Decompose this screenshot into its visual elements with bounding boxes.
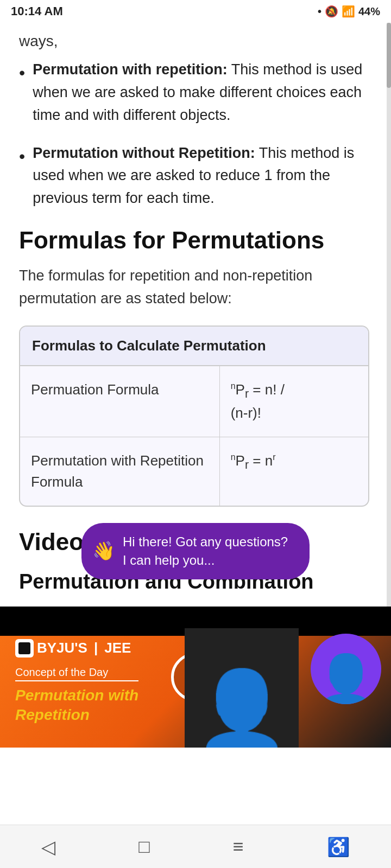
formula-table: Formulas to Calculate Permutation Permua… bbox=[19, 326, 369, 507]
bell-icon: 🔕 bbox=[325, 5, 338, 18]
presenter-main-icon: 👤 bbox=[194, 672, 289, 748]
divider: | bbox=[94, 640, 98, 656]
video-thumbnail[interactable]: BYJU'S | JEE Concept of the Day Permutat… bbox=[0, 607, 391, 748]
bullet-item-1: • Permutation with repetition: This meth… bbox=[19, 59, 369, 127]
table-cell-right-2: nPr = nr bbox=[220, 437, 368, 506]
presenter-circle: 👤 bbox=[311, 634, 381, 704]
menu-nav-icon[interactable]: ≡ bbox=[233, 836, 244, 857]
top-partial-text: ways, bbox=[19, 23, 369, 59]
table-cell-left-1: Permuation Formula bbox=[20, 366, 220, 437]
chat-text: Hi there! Got any questions?I can help y… bbox=[123, 533, 288, 569]
table-body: Permuation Formula nPr = n! /(n-r)! Perm… bbox=[20, 366, 368, 506]
presenter-main: 👤 bbox=[185, 628, 299, 748]
video-logo-area: BYJU'S | JEE bbox=[15, 639, 131, 658]
jee-text: JEE bbox=[104, 640, 131, 656]
bullet-text-1: Permutation with repetition: This method… bbox=[33, 59, 369, 127]
bullet-dot-1: • bbox=[19, 60, 25, 87]
home-nav-icon[interactable]: □ bbox=[138, 836, 150, 857]
table-cell-left-2: Permutation with Repetition Formula bbox=[20, 437, 220, 506]
accessibility-nav-icon[interactable]: ♿ bbox=[327, 836, 350, 858]
byjus-text: BYJU'S bbox=[37, 640, 87, 656]
status-icons: • 🔕 📶 44% bbox=[318, 5, 380, 18]
bullet-text-2: Permutation without Repetition: This met… bbox=[33, 142, 369, 210]
main-content: ways, • Permutation with repetition: Thi… bbox=[0, 23, 391, 596]
bullet-list: • Permutation with repetition: This meth… bbox=[19, 59, 369, 210]
section-heading: Formulas for Permutations bbox=[19, 226, 369, 255]
table-header: Formulas to Calculate Permutation bbox=[20, 327, 368, 366]
wave-icon: 👋 bbox=[92, 538, 115, 564]
byjus-inner bbox=[18, 642, 30, 654]
chat-bubble[interactable]: 👋 Hi there! Got any questions?I can help… bbox=[81, 523, 310, 579]
byjus-icon bbox=[15, 639, 34, 658]
back-nav-icon[interactable]: ◁ bbox=[41, 836, 55, 858]
concept-title: Permutation withRepetition bbox=[15, 686, 138, 725]
bullet-bold-2: Permutation without Repetition: bbox=[33, 145, 255, 161]
signal-icon: 📶 bbox=[342, 5, 355, 18]
intro-text: The formulas for repetition and non-repe… bbox=[19, 265, 369, 310]
dot-icon: • bbox=[318, 5, 321, 18]
table-row-1: Permuation Formula nPr = n! /(n-r)! bbox=[20, 366, 368, 438]
bullet-bold-1: Permutation with repetition: bbox=[33, 61, 228, 78]
status-bar: 10:14 AM • 🔕 📶 44% bbox=[0, 0, 391, 23]
bullet-dot-2: • bbox=[19, 143, 25, 170]
byjus-logo: BYJU'S | JEE bbox=[15, 639, 131, 658]
video-concept-text: Concept of the Day Permutation withRepet… bbox=[15, 666, 138, 725]
table-cell-right-1: nPr = n! /(n-r)! bbox=[220, 366, 368, 437]
table-row-2: Permutation with Repetition Formula nPr … bbox=[20, 437, 368, 506]
scrollbar-thumb[interactable] bbox=[387, 23, 391, 88]
bottom-nav: ◁ □ ≡ ♿ bbox=[0, 825, 391, 868]
concept-label: Concept of the Day bbox=[15, 666, 138, 681]
bullet-item-2: • Permutation without Repetition: This m… bbox=[19, 142, 369, 210]
battery-text: 44% bbox=[358, 5, 380, 18]
time: 10:14 AM bbox=[11, 4, 63, 18]
presenter-figure-icon: 👤 bbox=[316, 655, 376, 704]
